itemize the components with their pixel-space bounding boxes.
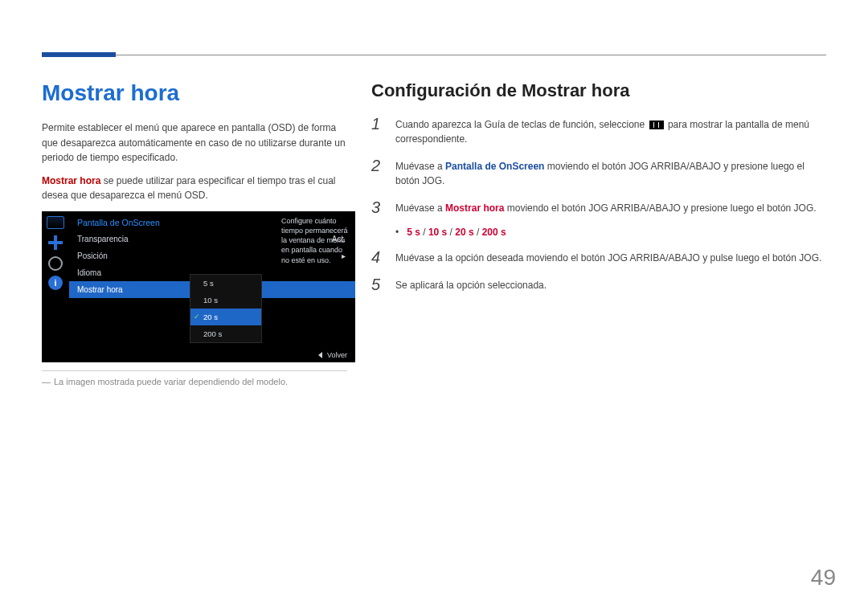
step-strong: Pantalla de OnScreen xyxy=(445,161,544,172)
osd-row-label: Posición xyxy=(77,251,108,260)
back-arrow-icon xyxy=(318,352,322,358)
step-text: Muévase a la opción deseada moviendo el … xyxy=(395,249,821,265)
step-text: Se aplicará la opción seleccionada. xyxy=(395,276,547,292)
right-column: Configuración de Mostrar hora 1 Cuando a… xyxy=(371,80,826,388)
step-number: 5 xyxy=(371,276,384,292)
content-columns: Mostrar hora Permite establecer el menú … xyxy=(42,80,826,388)
footnote-text: La imagen mostrada puede variar dependie… xyxy=(54,377,288,386)
osd-row-label: Idioma xyxy=(77,268,101,277)
step-pre: Muévase a xyxy=(395,161,445,172)
step-4: 4 Muévase a la opción deseada moviendo e… xyxy=(371,249,826,265)
step-pre: Cuando aparezca la Guía de teclas de fun… xyxy=(395,119,648,130)
dpad-icon xyxy=(47,234,64,251)
options-text: 5 s / 10 s / 20 s / 200 s xyxy=(407,227,506,238)
step-5: 5 Se aplicará la opción seleccionada. xyxy=(371,276,826,292)
step-text: Muévase a Mostrar hora moviendo el botón… xyxy=(395,199,817,215)
intro-strong: Mostrar hora xyxy=(42,175,100,186)
step-post: moviendo el botón JOG ARRIBA/ABAJO y pre… xyxy=(504,202,816,214)
header-rule xyxy=(42,55,826,55)
intro-paragraph-2: Mostrar hora se puede utilizar para espe… xyxy=(42,174,347,203)
osd-option-20s: 20 s xyxy=(190,309,261,325)
step-text: Cuando aparezca la Guía de teclas de fun… xyxy=(395,116,826,146)
monitor-icon xyxy=(47,216,64,229)
step-number: 2 xyxy=(371,157,384,174)
step-number: 3 xyxy=(371,199,384,215)
opt-5s: 5 s xyxy=(407,227,420,238)
step-strong: Mostrar hora xyxy=(445,202,504,214)
menu-icon xyxy=(649,121,664,129)
options-bullet: • 5 s / 10 s / 20 s / 200 s xyxy=(395,227,826,238)
right-heading: Configuración de Mostrar hora xyxy=(371,80,826,101)
opt-sep: / xyxy=(474,227,482,238)
osd-footer-label: Volver xyxy=(327,351,347,359)
osd-option-200s: 200 s xyxy=(190,325,261,342)
left-heading: Mostrar hora xyxy=(42,80,347,106)
osd-dropdown: 5 s 10 s 20 s 200 s xyxy=(190,274,262,343)
info-icon: i xyxy=(48,276,63,290)
osd-sidebar: i xyxy=(42,211,69,362)
opt-200s: 200 s xyxy=(482,227,506,238)
page-number: 49 xyxy=(811,565,836,591)
step-number: 4 xyxy=(371,249,384,265)
osd-screenshot: i Pantalla de OnScreen Transparencia Act… xyxy=(42,211,355,362)
opt-10s: 10 s xyxy=(428,227,447,238)
osd-main: Pantalla de OnScreen Transparencia Act. … xyxy=(69,211,355,362)
osd-option-10s: 10 s xyxy=(190,292,261,309)
opt-20s: 20 s xyxy=(455,227,473,238)
footnote: ―La imagen mostrada puede variar dependi… xyxy=(42,376,347,388)
header-accent xyxy=(42,52,116,57)
bullet-dot: • xyxy=(395,227,399,238)
osd-tooltip: Configure cuánto tiempo permanecerá la v… xyxy=(281,216,350,265)
step-text: Muévase a Pantalla de OnScreen moviendo … xyxy=(395,157,826,188)
osd-option-5s: 5 s xyxy=(190,275,261,292)
osd-footer: Volver xyxy=(318,351,347,359)
step-1: 1 Cuando aparezca la Guía de teclas de f… xyxy=(371,116,826,146)
step-number: 1 xyxy=(371,116,384,132)
step-pre: Muévase a xyxy=(395,202,445,214)
opt-sep: / xyxy=(420,227,428,238)
step-2: 2 Muévase a Pantalla de OnScreen moviend… xyxy=(371,157,826,188)
footnote-divider xyxy=(42,370,347,371)
intro-paragraph-1: Permite establecer el menú que aparece e… xyxy=(42,121,347,166)
left-column: Mostrar hora Permite establecer el menú … xyxy=(42,80,347,388)
osd-row-label: Mostrar hora xyxy=(77,285,123,294)
steps-list: 1 Cuando aparezca la Guía de teclas de f… xyxy=(371,116,826,292)
gear-icon xyxy=(48,256,63,271)
opt-sep: / xyxy=(447,227,455,238)
step-3: 3 Muévase a Mostrar hora moviendo el bot… xyxy=(371,199,826,215)
osd-row-label: Transparencia xyxy=(77,235,129,243)
footnote-dash: ― xyxy=(42,377,51,386)
